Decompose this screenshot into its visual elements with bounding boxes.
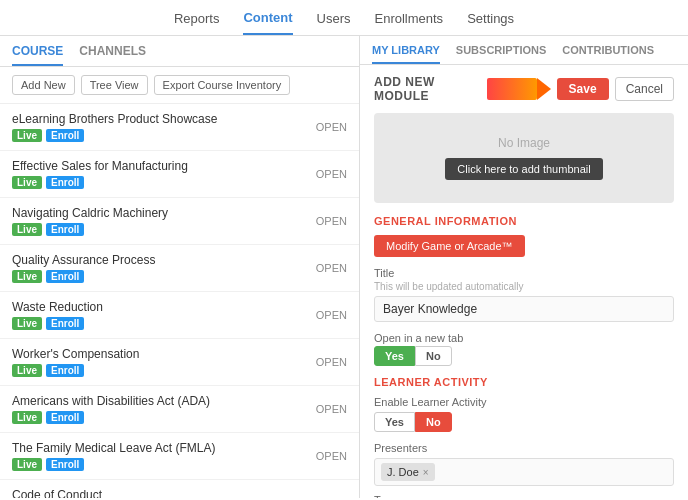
badge-live: Live — [12, 411, 42, 424]
right-panel: MY LIBRARY SUBSCRIPTIONS CONTRIBUTIONS A… — [360, 36, 688, 498]
export-button[interactable]: Export Course Inventory — [154, 75, 291, 95]
course-item[interactable]: Effective Sales for ManufacturingLiveEnr… — [0, 151, 359, 198]
badge-live: Live — [12, 176, 42, 189]
course-open-link[interactable]: OPEN — [316, 168, 347, 180]
arrow-shape — [537, 78, 551, 100]
enable-learner-yes[interactable]: Yes — [374, 412, 415, 432]
badge-enroll: Enroll — [46, 411, 84, 424]
course-item[interactable]: eLearning Brothers Product ShowcaseLiveE… — [0, 104, 359, 151]
tree-view-button[interactable]: Tree View — [81, 75, 148, 95]
badge-enroll: Enroll — [46, 270, 84, 283]
badge-enroll: Enroll — [46, 129, 84, 142]
course-title: Quality Assurance Process — [12, 253, 155, 267]
tab-channels[interactable]: CHANNELS — [79, 44, 146, 66]
add-module-actions: Save Cancel — [487, 77, 674, 101]
add-thumbnail-button[interactable]: Click here to add thumbnail — [445, 158, 602, 180]
no-image-text: No Image — [498, 136, 550, 150]
tab-subscriptions[interactable]: SUBSCRIPTIONS — [456, 44, 546, 64]
course-title: Worker's Compensation — [12, 347, 139, 361]
presenter-chip-remove[interactable]: × — [423, 467, 429, 478]
course-open-link[interactable]: OPEN — [316, 121, 347, 133]
main-layout: COURSE CHANNELS Add New Tree View Export… — [0, 36, 688, 498]
open-new-tab-toggle: Yes No — [374, 346, 674, 366]
tab-course[interactable]: COURSE — [12, 44, 63, 66]
badge-live: Live — [12, 458, 42, 471]
nav-reports[interactable]: Reports — [174, 11, 220, 34]
enable-learner-label: Enable Learner Activity — [374, 396, 674, 408]
presenter-chip-label: J. Doe — [387, 466, 419, 478]
badge-live: Live — [12, 129, 42, 142]
nav-content[interactable]: Content — [243, 10, 292, 35]
nav-settings[interactable]: Settings — [467, 11, 514, 34]
course-item[interactable]: Navigating Caldric MachineryLiveEnrollOP… — [0, 198, 359, 245]
course-title: eLearning Brothers Product Showcase — [12, 112, 217, 126]
badge-live: Live — [12, 317, 42, 330]
course-open-link[interactable]: OPEN — [316, 497, 347, 498]
course-item[interactable]: Quality Assurance ProcessLiveEnrollOPEN — [0, 245, 359, 292]
course-title: Waste Reduction — [12, 300, 103, 314]
title-label: Title — [374, 267, 674, 279]
title-hint: This will be updated automatically — [374, 281, 674, 292]
left-tab-bar: COURSE CHANNELS — [0, 36, 359, 67]
course-item[interactable]: Worker's CompensationLiveEnrollOPEN — [0, 339, 359, 386]
course-title: Americans with Disabilities Act (ADA) — [12, 394, 210, 408]
learner-activity-title: LEARNER ACTIVITY — [374, 376, 674, 388]
right-content: ADD NEW MODULE Save Cancel No Image Clic… — [360, 65, 688, 498]
top-nav: Reports Content Users Enrollments Settin… — [0, 0, 688, 36]
badge-enroll: Enroll — [46, 458, 84, 471]
presenters-label: Presenters — [374, 442, 674, 454]
presenter-chip: J. Doe × — [381, 463, 435, 481]
arrow-graphic — [487, 78, 551, 100]
enable-learner-toggle: Yes No — [374, 412, 674, 432]
add-module-label: ADD NEW MODULE — [374, 75, 487, 103]
presenters-input[interactable]: J. Doe × — [374, 458, 674, 486]
add-new-button[interactable]: Add New — [12, 75, 75, 95]
badge-enroll: Enroll — [46, 364, 84, 377]
course-open-link[interactable]: OPEN — [316, 215, 347, 227]
left-toolbar: Add New Tree View Export Course Inventor… — [0, 67, 359, 104]
cancel-button[interactable]: Cancel — [615, 77, 674, 101]
open-new-tab-label: Open in a new tab — [374, 332, 674, 344]
tab-contributions[interactable]: CONTRIBUTIONS — [562, 44, 654, 64]
add-module-row: ADD NEW MODULE Save Cancel — [374, 75, 674, 103]
course-item[interactable]: Waste ReductionLiveEnrollOPEN — [0, 292, 359, 339]
open-new-tab-yes[interactable]: Yes — [374, 346, 415, 366]
enable-learner-no[interactable]: No — [415, 412, 452, 432]
course-open-link[interactable]: OPEN — [316, 403, 347, 415]
general-info-title: GENERAL INFORMATION — [374, 215, 674, 227]
thumbnail-area: No Image Click here to add thumbnail — [374, 113, 674, 203]
badge-enroll: Enroll — [46, 176, 84, 189]
course-open-link[interactable]: OPEN — [316, 262, 347, 274]
badge-enroll: Enroll — [46, 317, 84, 330]
course-item[interactable]: The Family Medical Leave Act (FMLA)LiveE… — [0, 433, 359, 480]
course-open-link[interactable]: OPEN — [316, 450, 347, 462]
save-button[interactable]: Save — [557, 78, 609, 100]
course-title: The Family Medical Leave Act (FMLA) — [12, 441, 215, 455]
course-open-link[interactable]: OPEN — [316, 356, 347, 368]
course-title: Code of Conduct — [12, 488, 102, 498]
badge-live: Live — [12, 270, 42, 283]
course-title: Effective Sales for Manufacturing — [12, 159, 188, 173]
modify-game-button[interactable]: Modify Game or Arcade™ — [374, 235, 525, 257]
course-list: eLearning Brothers Product ShowcaseLiveE… — [0, 104, 359, 498]
title-input[interactable] — [374, 296, 674, 322]
left-panel: COURSE CHANNELS Add New Tree View Export… — [0, 36, 360, 498]
open-new-tab-no[interactable]: No — [415, 346, 452, 366]
badge-live: Live — [12, 223, 42, 236]
badge-live: Live — [12, 364, 42, 377]
course-title: Navigating Caldric Machinery — [12, 206, 168, 220]
course-item[interactable]: Code of ConductLiveEnrollOPEN — [0, 480, 359, 498]
arrow-rect — [487, 78, 537, 100]
tags-label: Tags — [374, 494, 674, 498]
tab-my-library[interactable]: MY LIBRARY — [372, 44, 440, 64]
course-item[interactable]: Americans with Disabilities Act (ADA)Liv… — [0, 386, 359, 433]
nav-enrollments[interactable]: Enrollments — [374, 11, 443, 34]
nav-users[interactable]: Users — [317, 11, 351, 34]
course-open-link[interactable]: OPEN — [316, 309, 347, 321]
badge-enroll: Enroll — [46, 223, 84, 236]
right-tab-bar: MY LIBRARY SUBSCRIPTIONS CONTRIBUTIONS — [360, 36, 688, 65]
